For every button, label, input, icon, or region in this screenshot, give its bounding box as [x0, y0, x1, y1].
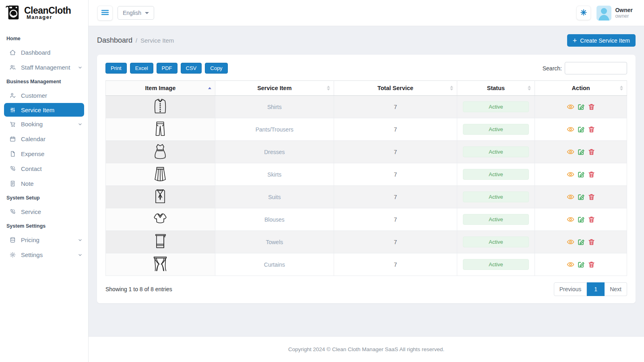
sidebar-item-pricing[interactable]: Pricing	[0, 232, 88, 247]
shirt-icon	[151, 97, 169, 116]
print-button[interactable]: Print	[105, 63, 127, 74]
view-eye-icon[interactable]	[567, 193, 574, 201]
view-eye-icon[interactable]	[567, 171, 574, 178]
column-header-service-item[interactable]: Service Item	[215, 81, 334, 96]
delete-trash-icon[interactable]	[588, 103, 595, 111]
copy-button[interactable]: Copy	[205, 63, 227, 74]
page-1-button[interactable]: 1	[587, 282, 605, 296]
user-info: Owner owner	[615, 7, 633, 19]
chevron-down-icon	[78, 122, 83, 127]
view-eye-icon[interactable]	[567, 148, 574, 156]
status-badge: Active	[463, 101, 529, 112]
column-header-total-service[interactable]: Total Service	[334, 81, 457, 96]
sidebar-item-expense[interactable]: Expense	[0, 146, 88, 161]
delete-trash-icon[interactable]	[588, 148, 595, 156]
view-eye-icon[interactable]	[567, 238, 574, 246]
status-badge: Active	[463, 259, 529, 270]
view-eye-icon[interactable]	[567, 261, 574, 268]
table-row: Dresses 7 Active	[106, 141, 627, 163]
sort-both-icon	[327, 86, 330, 90]
edit-pencil-icon[interactable]	[577, 238, 585, 246]
washing-machine-icon	[5, 4, 22, 23]
column-header-status[interactable]: Status	[457, 81, 535, 96]
gear-icon	[9, 251, 16, 259]
edit-pencil-icon[interactable]	[577, 125, 585, 133]
edit-pencil-icon[interactable]	[577, 103, 585, 111]
column-header-item-image[interactable]: Item Image	[106, 81, 215, 96]
hamburger-icon	[101, 10, 109, 16]
sidebar-item-dashboard[interactable]: Dashboard	[0, 45, 88, 60]
dress-icon	[151, 142, 169, 161]
hamburger-menu-button[interactable]	[97, 6, 113, 21]
pdf-button[interactable]: PDF	[157, 63, 178, 74]
sidebar-item-label: Pricing	[21, 237, 39, 243]
language-label: English	[123, 10, 141, 16]
next-page-button[interactable]: Next	[605, 282, 627, 296]
main-column: English Owner owner Dashboard / Service …	[89, 0, 644, 362]
database-icon	[9, 237, 16, 244]
sliders-icon	[9, 106, 16, 113]
towel-icon	[151, 232, 169, 251]
settings-gear-button[interactable]	[576, 6, 591, 20]
table-row: Suits 7 Active	[106, 186, 627, 208]
edit-pencil-icon[interactable]	[577, 216, 585, 223]
delete-trash-icon[interactable]	[588, 193, 595, 201]
status-badge: Active	[463, 237, 529, 247]
csv-button[interactable]: CSV	[181, 63, 202, 74]
brand-logo[interactable]: CleanCloth Manager	[0, 0, 88, 26]
edit-pencil-icon[interactable]	[577, 148, 585, 156]
sidebar-item-customer[interactable]: Customer	[0, 88, 88, 103]
view-eye-icon[interactable]	[567, 216, 574, 223]
blouse-icon	[151, 209, 169, 228]
total-service-count: 7	[394, 104, 397, 110]
sidebar-item-calendar[interactable]: Calendar	[0, 132, 88, 146]
view-eye-icon[interactable]	[567, 125, 574, 133]
user-menu[interactable]: Owner owner	[597, 6, 633, 21]
service-item-name: Skirts	[267, 171, 281, 178]
delete-trash-icon[interactable]	[588, 261, 595, 268]
gear-icon	[580, 9, 587, 17]
section-business-management: Business Management	[0, 75, 88, 88]
section-home: Home	[0, 32, 88, 45]
sidebar-item-label: Expense	[21, 150, 44, 157]
total-service-count: 7	[394, 261, 397, 268]
search-label: Search:	[543, 65, 562, 72]
delete-trash-icon[interactable]	[588, 216, 595, 223]
delete-trash-icon[interactable]	[588, 125, 595, 133]
create-service-item-button[interactable]: + Create Service Item	[567, 34, 636, 47]
breadcrumb-current: Service Item	[140, 37, 174, 44]
view-eye-icon[interactable]	[567, 103, 574, 111]
section-system-settings: System Settings	[0, 219, 88, 232]
column-header-action[interactable]: Action	[535, 81, 627, 96]
sidebar-item-service[interactable]: Service	[0, 204, 88, 219]
sidebar-item-note[interactable]: Note	[0, 176, 88, 191]
sidebar-item-service-item[interactable]: Service Item	[4, 103, 84, 117]
edit-pencil-icon[interactable]	[577, 193, 585, 201]
sidebar-item-staff-management[interactable]: Staff Management	[0, 60, 88, 75]
sort-both-icon	[528, 86, 531, 90]
sidebar-item-contact[interactable]: Contact	[0, 161, 88, 176]
delete-trash-icon[interactable]	[588, 238, 595, 246]
total-service-count: 7	[394, 171, 397, 178]
edit-pencil-icon[interactable]	[577, 171, 585, 178]
status-badge: Active	[463, 124, 529, 135]
delete-trash-icon[interactable]	[588, 171, 595, 178]
footer: Copyright 2024 © Clean Cloth Manager Saa…	[89, 336, 644, 362]
service-item-name: Suits	[268, 194, 281, 200]
excel-button[interactable]: Excel	[130, 63, 153, 74]
breadcrumb: Dashboard / Service Item	[97, 36, 174, 45]
search-input[interactable]	[565, 62, 627, 74]
pagination: Previous 1 Next	[554, 282, 627, 296]
total-service-count: 7	[394, 194, 397, 200]
status-badge: Active	[463, 214, 529, 225]
sidebar-item-label: Note	[21, 180, 34, 187]
edit-pencil-icon[interactable]	[577, 261, 585, 268]
sidebar-item-settings[interactable]: Settings	[0, 247, 88, 262]
table-row: Skirts 7 Active	[106, 163, 627, 186]
previous-page-button[interactable]: Previous	[554, 282, 587, 296]
language-dropdown[interactable]: English	[118, 6, 154, 20]
service-item-name: Shirts	[267, 104, 282, 110]
curtains-icon	[151, 254, 169, 274]
sidebar-item-booking[interactable]: Booking	[0, 117, 88, 132]
breadcrumb-dashboard[interactable]: Dashboard	[97, 36, 132, 45]
